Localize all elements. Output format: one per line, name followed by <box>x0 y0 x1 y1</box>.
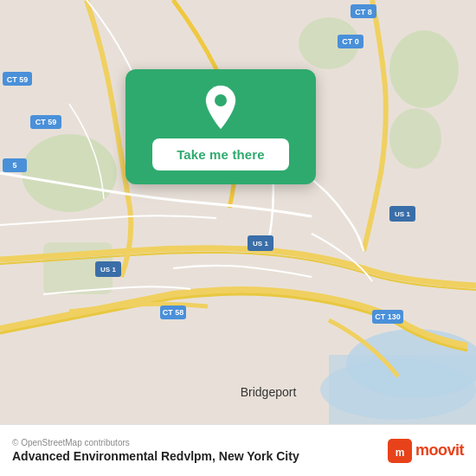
svg-text:CT 59: CT 59 <box>7 75 29 84</box>
map-svg: CT 59 CT 8 CT 0 CT 59 5 US 1 US 1 US 1 C… <box>0 0 476 424</box>
svg-text:US 1: US 1 <box>253 240 268 248</box>
take-me-there-button[interactable]: Take me there <box>152 138 289 170</box>
svg-text:m: m <box>396 447 405 459</box>
moovit-logo: m moovit <box>388 439 464 463</box>
svg-rect-3 <box>329 355 476 424</box>
svg-text:US 1: US 1 <box>395 210 410 218</box>
moovit-icon: m <box>388 439 412 463</box>
svg-point-4 <box>22 134 117 212</box>
svg-text:CT 8: CT 8 <box>355 8 372 16</box>
svg-text:CT 59: CT 59 <box>35 118 57 126</box>
svg-point-6 <box>389 108 441 169</box>
svg-text:CT 130: CT 130 <box>375 312 401 321</box>
svg-text:CT 58: CT 58 <box>163 308 184 317</box>
svg-text:5: 5 <box>12 161 16 170</box>
attribution-text: © OpenStreetMap contributors <box>12 438 299 447</box>
svg-point-30 <box>215 94 227 106</box>
bottom-bar: © OpenStreetMap contributors Advanced En… <box>0 424 476 476</box>
svg-text:US 1: US 1 <box>100 266 116 273</box>
location-name: Advanced Environmental Redvlpm, New York… <box>12 449 299 463</box>
map-container: CT 59 CT 8 CT 0 CT 59 5 US 1 US 1 US 1 C… <box>0 0 476 424</box>
bottom-left: © OpenStreetMap contributors Advanced En… <box>12 438 299 463</box>
svg-text:Bridgeport: Bridgeport <box>241 385 297 399</box>
location-card: Take me there <box>125 69 316 184</box>
moovit-brand-name: moovit <box>415 441 464 460</box>
svg-point-5 <box>389 30 459 108</box>
map-pin-icon <box>198 85 243 130</box>
svg-text:CT 0: CT 0 <box>342 37 359 46</box>
